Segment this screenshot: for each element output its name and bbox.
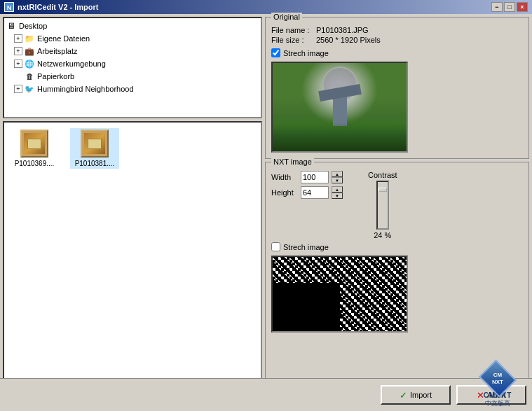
check-icon: ✓: [400, 390, 407, 400]
close-button[interactable]: ×: [517, 2, 528, 12]
file-name-label: File name :: [271, 26, 313, 34]
nxt-preview-inner: [273, 257, 407, 331]
file-name-row: File name : P1010381.JPG: [271, 26, 523, 34]
import-button[interactable]: ✓ Import: [381, 385, 451, 405]
file-label-0: P1010369....: [15, 160, 55, 167]
file-panel[interactable]: P1010369.... P1010381....: [3, 121, 262, 408]
right-panel: Original File name : P1010381.JPG File s…: [265, 17, 529, 408]
tree-item-desktop[interactable]: 🖥 Desktop: [6, 20, 259, 32]
original-stretch-label: Strech image: [283, 49, 329, 57]
file-size-value: 2560 * 1920 Pixels: [316, 36, 381, 44]
window-controls[interactable]: − □ ×: [491, 2, 528, 12]
file-size-label: File size :: [271, 36, 313, 44]
foliage-fg: [273, 123, 407, 151]
nxt-pattern-top: [273, 257, 340, 283]
height-spinner[interactable]: ▲ ▼: [332, 186, 343, 199]
contrast-control: Contrast 24 %: [368, 171, 397, 239]
nxt-preview: [271, 256, 408, 333]
tree-label-desktop: Desktop: [19, 22, 47, 30]
contrast-slider-group: [376, 181, 389, 230]
desktop-icon: 🖥: [6, 20, 17, 32]
nxt-pattern: [340, 257, 407, 331]
folder-icon-eigene: 📁: [24, 33, 35, 44]
nxt-group-title: NXT image: [271, 158, 314, 166]
main-content: 🖥 Desktop + 📁 Eigene Dateien + 💼 Arbeits…: [0, 14, 532, 411]
network-icon: 🌐: [24, 58, 35, 69]
width-label: Width: [271, 173, 298, 181]
tree-label-netzwerk: Netzwerkumgebung: [37, 60, 106, 68]
original-stretch-checkbox[interactable]: [271, 48, 280, 57]
original-info: File name : P1010381.JPG File size : 256…: [271, 26, 523, 44]
folder-icon-arbeitsplatz: 💼: [24, 46, 35, 57]
bottom-bar: ✓ Import ✕ Abort CMNXT CMNXT 中文版高: [0, 378, 532, 411]
trash-icon: 🗑: [24, 71, 35, 82]
expand-icon-hummingbird[interactable]: +: [14, 85, 22, 93]
expand-icon-arbeitsplatz[interactable]: +: [14, 47, 22, 55]
file-name-value: P1010381.JPG: [316, 26, 369, 34]
tree-label-papierkorb: Papierkorb: [37, 72, 74, 81]
tree-label-eigene: Eigene Dateien: [37, 34, 90, 43]
import-label: Import: [410, 391, 432, 399]
tree-label-hummingbird: Hummingbird Neighborhood: [37, 85, 134, 93]
file-size-row: File size : 2560 * 1920 Pixels: [271, 36, 523, 44]
tree-item-eigene[interactable]: + 📁 Eigene Dateien: [6, 32, 259, 45]
maximize-button[interactable]: □: [504, 2, 515, 12]
logo-subtext: 中文版高: [485, 399, 510, 408]
contrast-thumb[interactable]: [378, 188, 387, 192]
nxt-stretch-checkbox[interactable]: [271, 242, 280, 251]
nxt-stretch-label: Strech image: [283, 243, 329, 251]
machine-shape: [312, 67, 368, 126]
app-icon: N: [4, 2, 14, 12]
original-group-title: Original: [271, 13, 302, 21]
width-spinner[interactable]: ▲ ▼: [332, 171, 343, 183]
nxt-silhouette: [273, 283, 340, 331]
expand-icon-eigene[interactable]: +: [14, 34, 22, 43]
left-panel: 🖥 Desktop + 📁 Eigene Dateien + 💼 Arbeits…: [3, 17, 262, 408]
tree-panel[interactable]: 🖥 Desktop + 📁 Eigene Dateien + 💼 Arbeits…: [3, 17, 262, 118]
contrast-label: Contrast: [368, 171, 397, 179]
width-up[interactable]: ▲: [332, 171, 343, 177]
width-down[interactable]: ▼: [332, 177, 343, 183]
expand-icon-netzwerk[interactable]: +: [14, 60, 22, 68]
minimize-button[interactable]: −: [491, 2, 503, 12]
width-input[interactable]: [301, 171, 329, 183]
tree-item-papierkorb[interactable]: 🗑 Papierkorb: [6, 70, 259, 83]
file-icon-0: [20, 130, 48, 158]
height-input[interactable]: [301, 186, 329, 199]
logo-area: CMNXT CMNXT 中文版高: [466, 366, 529, 408]
height-down[interactable]: ▼: [332, 193, 343, 199]
height-label: Height: [271, 188, 298, 197]
contrast-percent: 24 %: [374, 231, 391, 239]
nxt-controls-row: Width ▲ ▼ Height ▲ ▼: [271, 171, 523, 239]
contrast-slider[interactable]: [376, 181, 389, 230]
file-icon-1: [81, 130, 109, 158]
tree-label-arbeitsplatz: Arbeitsplatz: [37, 47, 77, 55]
tree-item-netzwerk[interactable]: + 🌐 Netzwerkumgebung: [6, 57, 259, 70]
logo-inner: CMNXT: [492, 372, 503, 385]
tree-item-hummingbird[interactable]: + 🐦 Hummingbird Neighborhood: [6, 83, 259, 95]
original-group: Original File name : P1010381.JPG File s…: [265, 17, 529, 159]
width-row: Width ▲ ▼: [271, 171, 343, 183]
original-photo: [273, 63, 407, 151]
title-bar: N nxtRICedit V2 - Import − □ ×: [0, 0, 532, 14]
bird-icon: 🐦: [24, 83, 35, 95]
file-item-0[interactable]: P1010369....: [10, 128, 59, 169]
dimension-controls: Width ▲ ▼ Height ▲ ▼: [271, 171, 343, 199]
window-title: nxtRICedit V2 - Import: [18, 3, 99, 11]
height-row: Height ▲ ▼: [271, 186, 343, 199]
tree-item-arbeitsplatz[interactable]: + 💼 Arbeitsplatz: [6, 45, 259, 57]
original-preview: [271, 62, 408, 153]
file-label-1: P1010381....: [75, 160, 115, 167]
original-stretch-row[interactable]: Strech image: [271, 48, 523, 57]
file-item-1[interactable]: P1010381....: [70, 128, 119, 169]
nxt-stretch-row[interactable]: Strech image: [271, 242, 523, 251]
height-up[interactable]: ▲: [332, 186, 343, 193]
